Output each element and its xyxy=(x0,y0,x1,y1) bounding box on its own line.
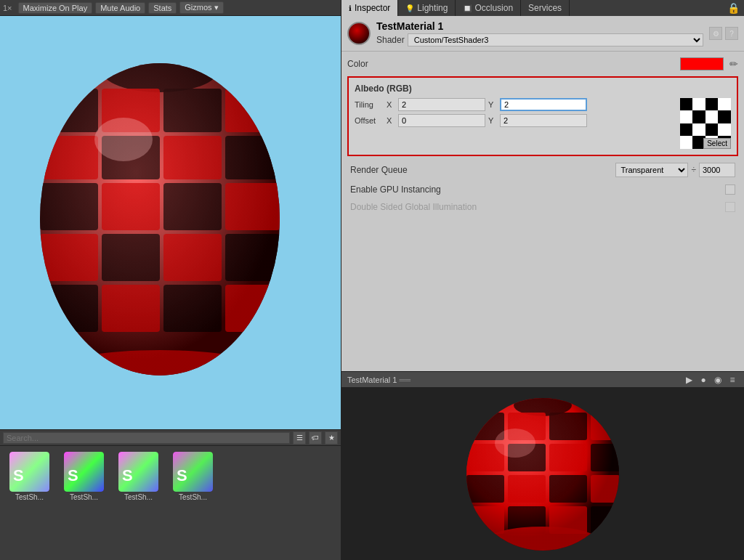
svg-rect-40 xyxy=(705,98,718,110)
material-name: TestMaterial 1 xyxy=(376,20,703,32)
list-item[interactable]: S TestSh... xyxy=(6,452,53,554)
double-sided-checkbox[interactable] xyxy=(725,202,735,212)
header-icons: ⚙ ? xyxy=(709,27,738,40)
svg-text:S: S xyxy=(177,466,187,484)
inspector-content: Color ✏ Albedo (RGB) Tiling X Y xyxy=(341,52,744,371)
list-item[interactable]: S TestSh... xyxy=(115,452,162,554)
lock-icon[interactable]: 🔒 xyxy=(727,2,740,14)
gpu-instancing-checkbox[interactable] xyxy=(725,184,735,195)
asset-star-button[interactable]: ★ xyxy=(325,431,338,445)
svg-rect-47 xyxy=(692,123,705,136)
render-queue-select[interactable]: Transparent xyxy=(615,163,688,177)
occlusion-icon: 🔲 xyxy=(463,4,472,12)
tab-inspector[interactable]: ℹ Inspector xyxy=(341,0,398,16)
asset-search-bar: ☰ 🏷 ★ xyxy=(0,430,341,446)
mute-audio-button[interactable]: Mute Audio xyxy=(95,2,145,14)
svg-rect-49 xyxy=(718,123,731,136)
color-row: Color ✏ xyxy=(344,54,741,73)
scene-counter: 1× xyxy=(3,4,12,12)
albedo-box: Albedo (RGB) Tiling X Y Offse xyxy=(347,76,738,156)
gpu-instancing-label: Enable GPU Instancing xyxy=(350,184,719,195)
shader-select[interactable]: Custom/TestShader3 xyxy=(408,33,703,46)
preview-menu-button[interactable]: ≡ xyxy=(727,374,738,386)
scene-sphere-svg xyxy=(29,31,291,379)
scene-sphere-container xyxy=(29,31,291,379)
asset-search-input[interactable] xyxy=(3,432,290,444)
double-sided-row: Double Sided Global Illumination xyxy=(344,198,741,216)
preview-sphere-button[interactable]: ● xyxy=(698,374,709,386)
svg-rect-46 xyxy=(680,123,692,136)
material-icon xyxy=(347,22,371,45)
tiling-label: Tiling xyxy=(355,100,384,109)
svg-rect-45 xyxy=(718,110,731,123)
info-icon[interactable]: ? xyxy=(725,27,738,40)
offset-y-input[interactable] xyxy=(500,114,587,127)
asset-thumbnail: S xyxy=(118,452,158,492)
tab-services-label: Services xyxy=(528,3,562,13)
svg-point-28 xyxy=(40,63,280,376)
asset-thumbnail: S xyxy=(9,452,49,492)
gizmos-button[interactable]: Gizmos ▾ xyxy=(179,1,223,14)
stats-button[interactable]: Stats xyxy=(148,2,177,14)
albedo-header: Albedo (RGB) xyxy=(355,84,731,94)
svg-point-29 xyxy=(94,118,153,161)
maximize-on-play-button[interactable]: Maximize On Play xyxy=(18,2,93,14)
gpu-instancing-row: Enable GPU Instancing xyxy=(344,181,741,198)
scene-toolbar: 1× Maximize On Play Mute Audio Stats Giz… xyxy=(0,0,341,16)
tab-services[interactable]: Services xyxy=(521,0,570,16)
tab-occlusion-label: Occlusion xyxy=(474,3,513,13)
right-panel: ℹ Inspector 💡 Lighting 🔲 Occlusion Servi… xyxy=(341,0,744,560)
assets-panel: ☰ 🏷 ★ xyxy=(0,429,341,560)
asset-thumbnail: S xyxy=(173,452,213,492)
left-panel: 1× Maximize On Play Mute Audio Stats Giz… xyxy=(0,0,341,560)
svg-rect-38 xyxy=(680,98,692,110)
offset-y-label: Y xyxy=(488,116,497,125)
svg-rect-41 xyxy=(718,98,731,110)
preview-header: TestMaterial 1 ══ ▶ ● ◉ ≡ xyxy=(341,372,744,388)
preview-title: TestMaterial 1 ══ xyxy=(347,376,680,384)
asset-label: TestSh... xyxy=(70,493,98,501)
render-queue-row: Render Queue Transparent ÷ xyxy=(344,159,741,181)
tiling-y-label: Y xyxy=(488,100,497,109)
asset-grid: S TestSh... xyxy=(0,446,341,560)
asset-label: TestSh... xyxy=(124,493,153,501)
svg-rect-50 xyxy=(680,136,692,149)
preview-play-button[interactable]: ▶ xyxy=(683,374,695,386)
tiling-row: Tiling X Y xyxy=(355,98,674,111)
render-queue-control: Transparent ÷ xyxy=(615,163,735,177)
material-info: TestMaterial 1 Shader Custom/TestShader3 xyxy=(376,20,703,46)
shader-label: Shader xyxy=(376,35,405,45)
offset-label: Offset xyxy=(355,116,384,125)
offset-row: Offset X Y xyxy=(355,114,674,127)
list-item[interactable]: S TestSh... xyxy=(60,452,108,554)
svg-text:S: S xyxy=(68,466,78,484)
asset-thumbnail: S xyxy=(64,452,104,492)
svg-rect-39 xyxy=(692,98,705,110)
tab-lighting-label: Lighting xyxy=(417,3,448,13)
render-queue-divider: ÷ xyxy=(691,165,696,175)
svg-point-74 xyxy=(466,398,619,551)
tiling-x-input[interactable] xyxy=(398,98,485,111)
svg-rect-44 xyxy=(705,110,718,123)
svg-text:S: S xyxy=(122,466,133,484)
tab-occlusion[interactable]: 🔲 Occlusion xyxy=(456,0,521,16)
preview-sphere-svg xyxy=(456,391,630,558)
offset-x-input[interactable] xyxy=(398,114,485,127)
color-label: Color xyxy=(347,59,368,69)
albedo-thumbnail: Select xyxy=(680,98,731,149)
color-swatch[interactable] xyxy=(680,57,724,70)
asset-filter-button[interactable]: ☰ xyxy=(293,431,306,445)
settings-icon[interactable]: ⚙ xyxy=(709,27,722,40)
render-queue-label: Render Queue xyxy=(350,165,610,175)
render-queue-value-input[interactable] xyxy=(699,163,735,177)
preview-lights-button[interactable]: ◉ xyxy=(712,374,724,386)
inspector-header: TestMaterial 1 Shader Custom/TestShader3… xyxy=(341,16,744,52)
tiling-y-input[interactable] xyxy=(500,98,587,111)
select-button[interactable]: Select xyxy=(703,138,731,149)
tab-lighting[interactable]: 💡 Lighting xyxy=(398,0,456,16)
asset-tag-button[interactable]: 🏷 xyxy=(309,431,322,445)
preview-title-suffix: ══ xyxy=(400,376,411,384)
edit-icon[interactable]: ✏ xyxy=(729,58,738,70)
tiling-x-label: X xyxy=(387,100,395,109)
list-item[interactable]: S TestSh... xyxy=(169,452,217,554)
